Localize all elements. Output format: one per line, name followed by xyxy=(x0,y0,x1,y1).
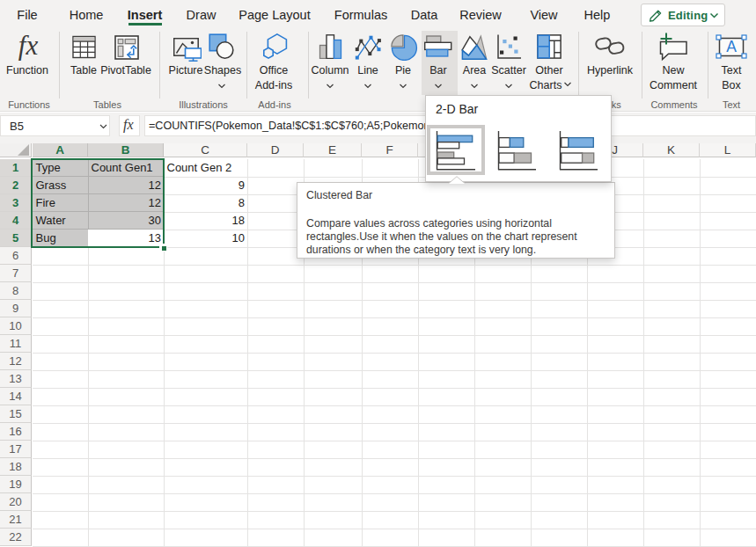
svg-text:A: A xyxy=(726,38,737,55)
